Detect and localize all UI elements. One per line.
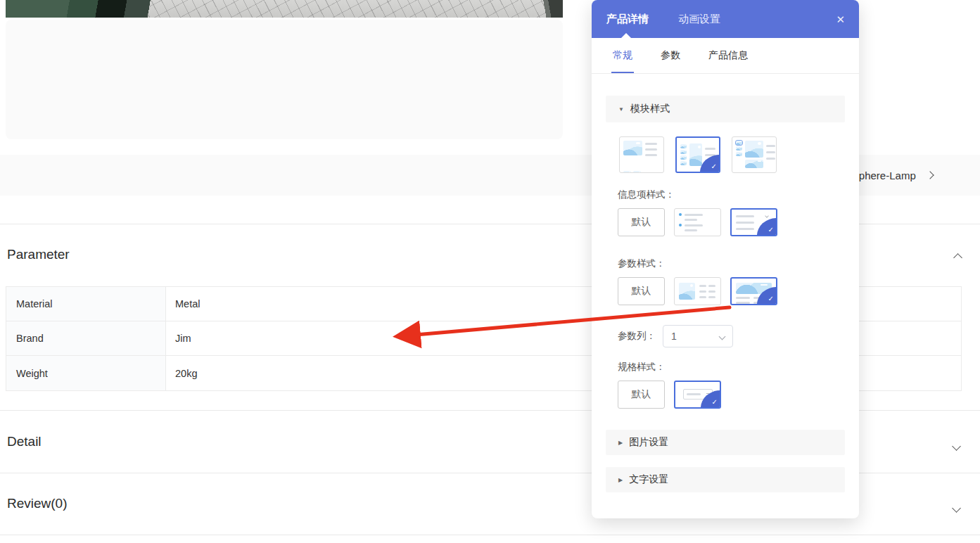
accordion-image-settings[interactable]: ▶ 图片设置 [606, 430, 845, 455]
param-style-default-button[interactable]: 默认 [618, 277, 665, 305]
panel-header: 产品详情 动画设置 ✕ [592, 0, 859, 38]
style-preview-thumbs [736, 141, 742, 156]
chevron-down-icon [952, 442, 961, 451]
page: osphere-Lamp Parameter Material Metal Br… [0, 0, 980, 543]
table-row-label: Material [6, 287, 166, 321]
accordion-label: 模块样式 [630, 103, 670, 115]
module-style-option-2-selected[interactable] [675, 136, 720, 173]
detail-section-title: Detail [7, 434, 42, 449]
module-style-option-3[interactable] [732, 136, 777, 173]
product-detail-placeholder [6, 20, 563, 139]
style-preview-image [679, 283, 695, 300]
param-style-label: 参数样式： [618, 257, 845, 270]
param-style-options: 默认 [618, 277, 845, 305]
param-columns-label: 参数列： [618, 330, 656, 343]
table-row-label: Brand [6, 321, 166, 355]
caret-right-icon: ▶ [618, 440, 623, 446]
style-preview-thumbs [680, 144, 687, 165]
divider [0, 535, 980, 535]
chevron-up-icon [953, 253, 962, 262]
accordion-text-settings[interactable]: ▶ 文字设置 [606, 467, 845, 492]
select-arrow-icon [719, 333, 726, 340]
product-photo [6, 0, 563, 18]
module-style-options [619, 136, 845, 173]
style-preview-image [745, 141, 763, 158]
info-item-style-default-button[interactable]: 默认 [618, 208, 665, 236]
param-columns-value: 1 [671, 331, 677, 342]
breadcrumb[interactable]: osphere-Lamp [848, 155, 933, 196]
parameter-collapse-button[interactable] [950, 250, 965, 265]
info-item-style-option-2[interactable] [674, 208, 721, 236]
param-columns-row: 参数列： 1 [618, 325, 845, 347]
info-item-style-option-3-selected[interactable] [730, 208, 777, 236]
style-preview-image [689, 143, 702, 166]
spec-style-label: 规格样式： [618, 361, 845, 373]
parameter-section-title: Parameter [7, 247, 70, 262]
spec-style-option-2-selected[interactable] [674, 381, 721, 409]
spec-style-default-button[interactable]: 默认 [618, 381, 665, 409]
panel-tab-animation-settings[interactable]: 动画设置 [678, 13, 720, 26]
module-style-option-1[interactable] [619, 136, 664, 173]
chevron-right-icon [926, 171, 934, 179]
accordion-module-style[interactable]: ▼ 模块样式 [606, 96, 845, 122]
style-preview-image [736, 283, 772, 294]
param-style-option-3-selected[interactable] [730, 277, 777, 305]
tab-product-info[interactable]: 产品信息 [707, 49, 749, 73]
info-item-style-options: 默认 [618, 208, 845, 236]
chevron-down-icon [952, 504, 961, 513]
tab-parameters[interactable]: 参数 [659, 49, 682, 73]
caret-down-icon: ▼ [618, 106, 624, 113]
param-columns-select[interactable]: 1 [663, 325, 733, 347]
product-detail-settings-panel: 产品详情 动画设置 ✕ 常规 参数 产品信息 ▼ 模块样式 [592, 0, 859, 518]
table-row-label: Weight [6, 356, 166, 390]
caret-right-icon: ▶ [618, 477, 623, 483]
tab-general[interactable]: 常规 [611, 49, 634, 73]
detail-expand-button[interactable] [948, 438, 964, 454]
style-preview-select [683, 389, 713, 400]
accordion-label: 图片设置 [629, 436, 668, 449]
close-icon[interactable]: ✕ [836, 14, 845, 25]
info-item-style-label: 信息项样式： [618, 189, 845, 201]
accordion-label: 文字设置 [629, 473, 668, 486]
panel-subtabs: 常规 参数 产品信息 [592, 38, 859, 74]
panel-body: ▼ 模块样式 [592, 96, 859, 492]
spec-style-options: 默认 [618, 381, 845, 409]
review-section-title: Review(0) [7, 496, 68, 511]
active-tab-pointer [621, 33, 631, 38]
panel-tab-product-detail[interactable]: 产品详情 [606, 13, 649, 26]
param-style-option-2[interactable] [674, 277, 721, 305]
style-preview-image [623, 141, 642, 155]
review-expand-button[interactable] [948, 500, 964, 516]
